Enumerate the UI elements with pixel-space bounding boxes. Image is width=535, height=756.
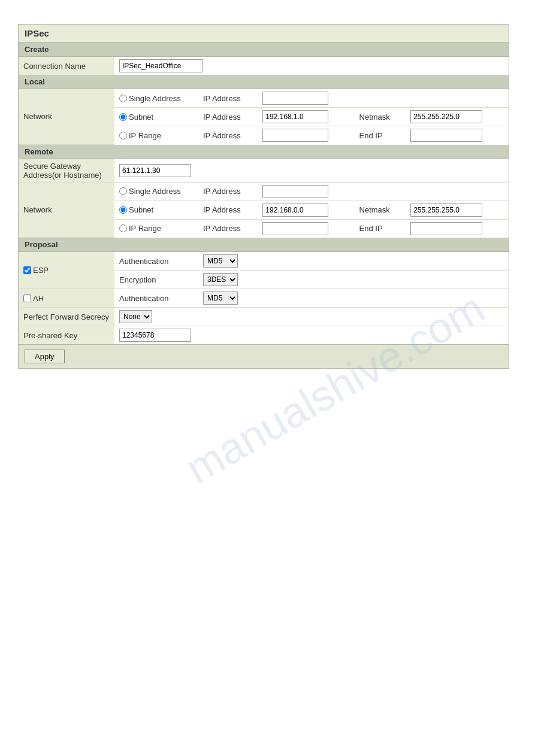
remote-subnet-label: Subnet	[129, 205, 153, 214]
preshared-key-label: Pre-shared Key	[19, 326, 114, 345]
local-iprange-option: IP Range	[114, 126, 198, 145]
remote-iprange-radio[interactable]	[119, 224, 127, 232]
local-range-ip-cell	[258, 126, 353, 145]
local-endip-label: End IP	[353, 126, 406, 145]
pfs-label: Perfect Forward Secrecy	[19, 308, 114, 326]
local-subnet-ip-cell	[258, 108, 353, 126]
ah-label: AH	[33, 294, 44, 303]
secure-gateway-input[interactable]	[119, 164, 191, 177]
connection-name-row: Connection Name	[19, 57, 509, 75]
local-netmask-cell	[406, 108, 509, 126]
panel-title: IPSec	[19, 25, 509, 42]
remote-endip-cell	[406, 219, 509, 238]
remote-single-ip-label: IP Address	[198, 182, 258, 201]
remote-netmask-input[interactable]	[410, 204, 482, 217]
ah-auth-row: AH Authentication MD5 SHA1	[19, 289, 509, 308]
remote-single-ip-input[interactable]	[262, 185, 328, 198]
ah-checkbox[interactable]	[23, 294, 31, 302]
secure-gateway-label: Secure Gateway Address(or Hostname)	[19, 159, 114, 183]
esp-auth-label: Authentication	[114, 252, 198, 271]
esp-auth-select-cell: MD5 SHA1	[198, 252, 509, 271]
local-endip-input[interactable]	[410, 129, 482, 142]
esp-auth-select[interactable]: MD5 SHA1	[203, 254, 238, 268]
remote-subnet-ip-input[interactable]	[262, 204, 328, 217]
proposal-table: ESP Authentication MD5 SHA1 Encryption 3…	[19, 252, 509, 344]
local-section-header: Local	[19, 75, 509, 89]
remote-endip-label: End IP	[353, 219, 406, 238]
local-single-address-label: Single Address	[129, 94, 181, 103]
remote-range-ip-input[interactable]	[262, 222, 328, 235]
create-section-header: Create	[19, 42, 509, 57]
local-network-table: Network Single Address IP Address	[19, 89, 509, 145]
remote-network-label: Network	[19, 182, 114, 238]
ah-auth-select-cell: MD5 SHA1	[198, 289, 509, 308]
remote-iprange-option: IP Range	[114, 219, 198, 238]
local-single-address-option: Single Address	[114, 89, 198, 108]
preshared-key-cell	[114, 326, 509, 345]
esp-checkbox[interactable]	[23, 266, 31, 274]
local-network-label: Network	[19, 89, 114, 144]
secure-gateway-row: Secure Gateway Address(or Hostname)	[19, 159, 509, 183]
local-subnet-option: Subnet	[114, 108, 198, 126]
ipsec-panel: IPSec Create Connection Name Local Netwo…	[18, 24, 509, 369]
apply-row: Apply	[19, 344, 509, 368]
remote-single-ip-cell	[258, 182, 353, 201]
proposal-section-header: Proposal	[19, 238, 509, 252]
pfs-select-cell: None DH1 DH2 DH5	[114, 308, 509, 326]
remote-single-label: Single Address	[129, 187, 181, 196]
local-range-ip-label: IP Address	[198, 126, 258, 145]
local-single-address-row: Network Single Address IP Address	[19, 89, 509, 108]
remote-single-radio[interactable]	[119, 187, 127, 195]
local-subnet-radio[interactable]	[119, 113, 127, 121]
remote-subnet-radio[interactable]	[119, 206, 127, 214]
esp-label-cell: ESP	[19, 252, 114, 289]
remote-subnet-option: Subnet	[114, 201, 198, 219]
remote-iprange-label: IP Range	[129, 224, 161, 233]
local-netmask-label: Netmask	[353, 108, 406, 126]
local-single-ip-label: IP Address	[198, 89, 258, 108]
local-subnet-ip-label: IP Address	[198, 108, 258, 126]
esp-enc-select-cell: 3DES AES DES	[198, 271, 509, 289]
pfs-row: Perfect Forward Secrecy None DH1 DH2 DH5	[19, 308, 509, 326]
remote-range-ip-label: IP Address	[198, 219, 258, 238]
preshared-key-row: Pre-shared Key	[19, 326, 509, 345]
ah-label-cell: AH	[19, 289, 114, 308]
esp-label: ESP	[33, 266, 49, 275]
secure-gateway-cell	[114, 159, 509, 183]
preshared-key-input[interactable]	[119, 329, 191, 342]
local-single-address-radio[interactable]	[119, 95, 127, 102]
remote-endip-input[interactable]	[410, 222, 482, 235]
local-single-ip-input[interactable]	[262, 92, 328, 105]
connection-name-field-cell	[114, 57, 509, 75]
local-netmask-input[interactable]	[410, 110, 482, 123]
remote-single-option: Single Address	[114, 182, 198, 201]
connection-name-input[interactable]	[119, 59, 203, 72]
pfs-select[interactable]: None DH1 DH2 DH5	[119, 310, 152, 323]
local-range-ip-input[interactable]	[262, 129, 328, 142]
remote-subnet-ip-cell	[258, 201, 353, 219]
connection-name-table: Connection Name	[19, 57, 509, 75]
remote-single-address-row: Network Single Address IP Address	[19, 182, 509, 201]
ah-auth-label: Authentication	[114, 289, 198, 308]
esp-auth-row: ESP Authentication MD5 SHA1	[19, 252, 509, 271]
local-endip-cell	[406, 126, 509, 145]
apply-button[interactable]: Apply	[25, 350, 65, 363]
local-subnet-label: Subnet	[129, 113, 153, 122]
remote-netmask-cell	[406, 201, 509, 219]
local-iprange-label: IP Range	[129, 131, 161, 140]
remote-netmask-label: Netmask	[353, 201, 406, 219]
connection-name-label: Connection Name	[19, 57, 114, 75]
esp-enc-label: Encryption	[114, 271, 198, 289]
ah-auth-select[interactable]: MD5 SHA1	[203, 292, 238, 305]
remote-subnet-ip-label: IP Address	[198, 201, 258, 219]
remote-section-header: Remote	[19, 145, 509, 159]
local-iprange-radio[interactable]	[119, 132, 127, 139]
local-single-ip-cell	[258, 89, 353, 108]
local-subnet-ip-input[interactable]	[262, 110, 328, 123]
remote-range-ip-cell	[258, 219, 353, 238]
remote-table: Secure Gateway Address(or Hostname) Netw…	[19, 159, 509, 238]
esp-enc-select[interactable]: 3DES AES DES	[203, 273, 238, 286]
